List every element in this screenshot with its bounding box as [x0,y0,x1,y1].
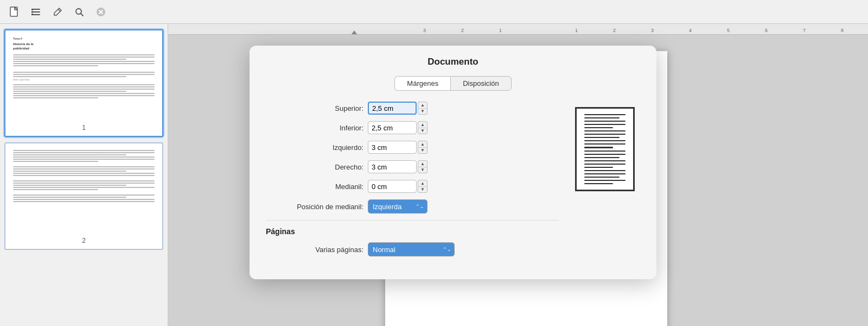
close-icon [95,7,106,17]
izquierdo-spinner[interactable]: ▲ ▼ [418,141,427,154]
thumb-1-subtitle: Tema 4 [13,37,155,40]
superior-spinner[interactable]: ▲ ▼ [418,102,427,115]
ruler-mark2: 2 [613,28,616,33]
izquierdo-row: Izquierdo: ▲ ▼ [266,141,559,154]
varias-paginas-select[interactable]: Normal Páginas opuestas Páginas simétric… [368,242,455,256]
izquierdo-label: Izquierdo: [266,143,363,152]
preview-page-graphic [575,107,635,191]
svg-line-8 [81,14,83,16]
page-number-2: 2 [10,237,158,244]
inferior-input-wrap: ▲ ▼ [368,121,427,134]
tab-margenes[interactable]: Márgenes [394,76,450,91]
ruler-mark5: 5 [727,28,730,33]
ruler-mark4: 4 [689,28,692,33]
new-doc-button[interactable] [4,4,24,20]
page-thumb-2[interactable]: 2 [4,142,163,250]
medianil-row: Medianil: ▲ ▼ [266,180,559,193]
document-panel: Documento Márgenes Disposición Superior:… [250,46,656,279]
varias-paginas-row: Varias páginas: Normal Páginas opuestas … [266,242,559,256]
page-thumb-1-preview: Tema 4 Historia de lapublicidad Donec Qu… [10,35,158,122]
page-preview [570,102,640,263]
derecho-down[interactable]: ▼ [418,167,427,173]
page-thumb-1[interactable]: Tema 4 Historia de lapublicidad Donec Qu… [4,29,163,137]
new-doc-icon [8,6,20,18]
inferior-spinner[interactable]: ▲ ▼ [418,121,427,134]
ruler-mark3: 3 [651,28,654,33]
izquierdo-up[interactable]: ▲ [418,141,427,148]
izquierdo-input-wrap: ▲ ▼ [368,141,427,154]
derecho-input-wrap: ▲ ▼ [368,160,427,173]
ruler-mark6: 6 [765,28,768,33]
izquierdo-input[interactable] [368,141,417,154]
inferior-down[interactable]: ▼ [418,128,427,134]
list-view-icon [30,7,41,17]
inferior-row: Inferior: ▲ ▼ [266,121,559,134]
inferior-up[interactable]: ▲ [418,122,427,128]
close-button[interactable] [91,4,111,20]
svg-rect-4 [31,9,33,10]
posicion-medianil-select-wrap: Izquierda Derecha Superior [368,199,427,214]
varias-paginas-label: Varias páginas: [266,246,363,254]
derecho-input[interactable] [368,160,417,173]
ruler-top: 3 2 1 1 2 3 4 5 6 7 8 [168,24,868,35]
ruler-mark8: 8 [841,28,844,33]
ruler-mark7: 7 [803,28,806,33]
inferior-label: Inferior: [266,124,363,132]
svg-rect-6 [31,14,33,15]
superior-down[interactable]: ▼ [418,109,427,115]
list-view-button[interactable] [26,4,46,20]
svg-rect-5 [31,11,33,12]
derecho-spinner[interactable]: ▲ ▼ [418,160,427,173]
inferior-input[interactable] [368,121,417,134]
main-area: Tema 4 Historia de lapublicidad Donec Qu… [0,24,868,326]
panel-tabs: Márgenes Disposición [266,76,640,91]
medianil-input[interactable] [368,180,417,193]
derecho-up[interactable]: ▲ [418,161,427,167]
search-button[interactable] [69,4,89,20]
edit-icon [52,7,63,17]
tab-disposicion[interactable]: Disposición [450,76,511,91]
superior-row: Superior: ▲ ▼ [266,102,559,115]
panel-title: Documento [266,57,640,67]
page-number-1: 1 [10,124,158,131]
posicion-medianil-label: Posición de medianil: [266,203,363,211]
thumb-1-name: Donec Quis Nunc [13,78,155,80]
page-thumb-2-preview [10,148,158,235]
panel-content: Superior: ▲ ▼ Inferior: [266,102,640,263]
ruler-mark-3: 3 [423,28,426,33]
superior-input-wrap: ▲ ▼ [368,102,427,115]
medianil-input-wrap: ▲ ▼ [368,180,427,193]
superior-label: Superior: [266,104,363,112]
superior-up[interactable]: ▲ [418,102,427,109]
search-icon [74,7,85,17]
medianil-down[interactable]: ▼ [418,187,427,193]
sidebar: Tema 4 Historia de lapublicidad Donec Qu… [0,24,168,326]
panel-form: Superior: ▲ ▼ Inferior: [266,102,559,263]
canvas-area: 3 2 1 1 2 3 4 5 6 7 8 Documento Márgenes… [168,24,868,326]
ruler-marker [352,30,357,34]
thumb-1-title: Historia de lapublicidad [13,42,155,51]
medianil-up[interactable]: ▲ [418,180,427,187]
derecho-label: Derecho: [266,163,363,171]
medianil-label: Medianil: [266,183,363,191]
paginas-section-title: Páginas [266,227,559,236]
derecho-row: Derecho: ▲ ▼ [266,160,559,173]
medianil-spinner[interactable]: ▲ ▼ [418,180,427,193]
superior-input[interactable] [368,102,417,115]
edit-button[interactable] [48,4,67,20]
toolbar [0,0,868,24]
ruler-mark-2: 2 [461,28,464,33]
ruler-mark-1: 1 [499,28,502,33]
izquierdo-down[interactable]: ▼ [418,148,427,154]
ruler-mark1: 1 [575,28,578,33]
posicion-medianil-select[interactable]: Izquierda Derecha Superior [368,199,427,214]
varias-paginas-select-wrap: Normal Páginas opuestas Páginas simétric… [368,242,455,256]
posicion-medianil-row: Posición de medianil: Izquierda Derecha … [266,199,559,214]
